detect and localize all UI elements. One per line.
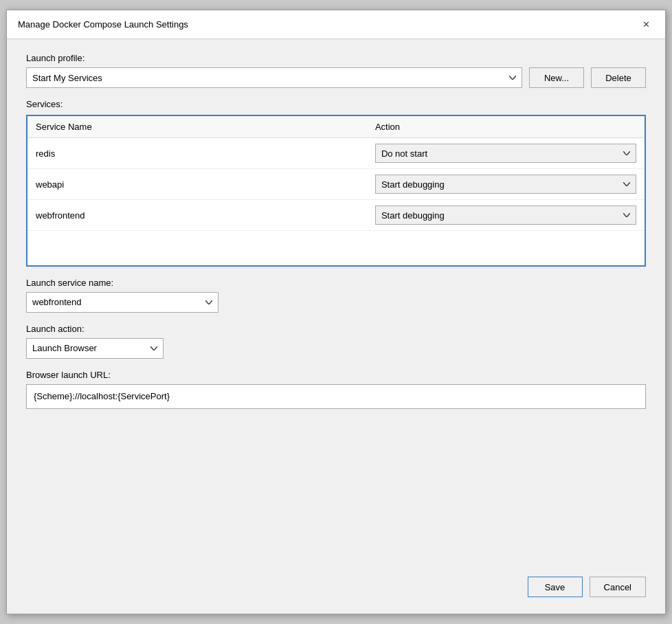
action-cell: Do not startStart without debuggingStart… (367, 138, 645, 169)
dialog-title: Manage Docker Compose Launch Settings (18, 19, 188, 30)
dialog-footer: Save Cancel (7, 566, 665, 614)
launch-profile-row: Start My Services New... Delete (26, 67, 646, 88)
services-table: Service Name Action redisDo not startSta… (27, 116, 645, 265)
service-name-cell: webapi (27, 169, 367, 200)
launch-profile-label: Launch profile: (26, 53, 646, 63)
dialog-content: Launch profile: Start My Services New...… (7, 39, 665, 566)
close-button[interactable]: ✕ (638, 16, 654, 33)
browser-url-input[interactable] (26, 384, 646, 409)
services-label: Services: (26, 99, 646, 109)
delete-button[interactable]: Delete (591, 67, 646, 88)
launch-action-section: Launch action: Launch BrowserNoneLaunch … (26, 324, 646, 359)
launch-service-select[interactable]: webfrontendwebapiredis (26, 292, 219, 313)
action-cell: Do not startStart without debuggingStart… (367, 169, 645, 200)
cancel-button[interactable]: Cancel (590, 577, 646, 597)
action-cell: Do not startStart without debuggingStart… (367, 200, 645, 231)
dialog-window: Manage Docker Compose Launch Settings ✕ … (6, 10, 666, 614)
action-select[interactable]: Do not startStart without debuggingStart… (375, 175, 636, 194)
launch-profile-section: Launch profile: Start My Services New...… (26, 53, 646, 88)
table-row: redisDo not startStart without debugging… (27, 138, 645, 169)
close-icon: ✕ (642, 19, 650, 30)
action-select[interactable]: Do not startStart without debuggingStart… (375, 205, 636, 225)
action-select[interactable]: Do not startStart without debuggingStart… (375, 144, 636, 163)
service-name-cell: redis (27, 138, 367, 169)
browser-url-label: Browser launch URL: (26, 370, 646, 380)
table-header-row: Service Name Action (27, 116, 645, 138)
launch-action-select[interactable]: Launch BrowserNoneLaunch URL (26, 338, 164, 359)
col-action: Action (367, 116, 645, 138)
launch-service-section: Launch service name: webfrontendwebapire… (26, 278, 646, 313)
launch-service-label: Launch service name: (26, 278, 646, 288)
table-row-empty (27, 231, 645, 265)
browser-url-section: Browser launch URL: (26, 370, 646, 409)
services-section: Services: Service Name Action redisDo no… (26, 99, 646, 267)
launch-action-label: Launch action: (26, 324, 646, 334)
col-service-name: Service Name (27, 116, 367, 138)
new-button[interactable]: New... (529, 67, 584, 88)
title-bar: Manage Docker Compose Launch Settings ✕ (7, 10, 665, 39)
table-row: webfrontendDo not startStart without deb… (27, 200, 645, 231)
table-row: webapiDo not startStart without debuggin… (27, 169, 645, 200)
save-button[interactable]: Save (528, 577, 583, 597)
services-table-wrapper: Service Name Action redisDo not startSta… (26, 115, 646, 267)
launch-profile-select[interactable]: Start My Services (26, 67, 522, 88)
service-name-cell: webfrontend (27, 200, 367, 231)
